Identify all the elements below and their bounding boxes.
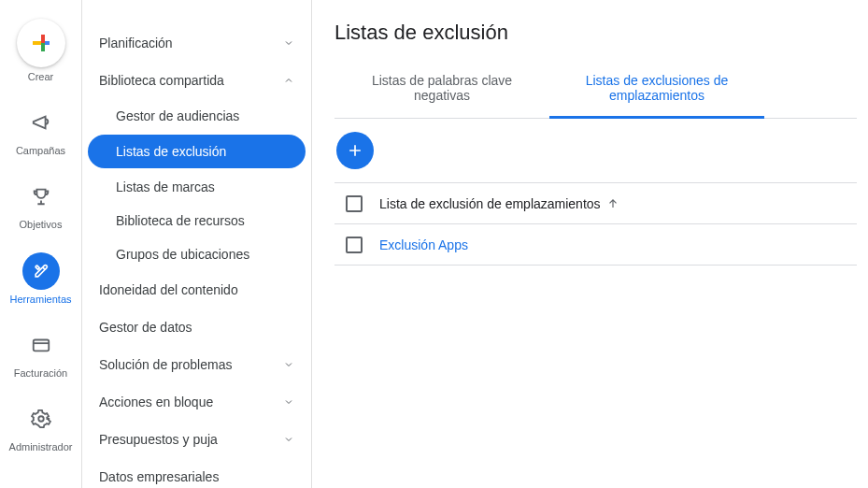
chevron-down-icon (283, 359, 294, 370)
svg-rect-0 (33, 339, 49, 351)
rail-item-admin[interactable]: Administrador (0, 400, 81, 453)
rail-label: Objetivos (20, 219, 63, 231)
megaphone-icon (22, 104, 60, 141)
main-content: Listas de exclusión Listas de palabras c… (312, 0, 868, 488)
rail-item-tools[interactable]: Herramientas (0, 252, 81, 306)
tab-negative-keywords[interactable]: Listas de palabras clave negativas (334, 62, 549, 118)
sidebar-label: Planificación (99, 36, 173, 50)
sidebar-item-exclusion-lists[interactable]: Listas de exclusión (88, 135, 306, 168)
rail-label: Administrador (9, 441, 73, 453)
tools-icon (22, 252, 60, 290)
create-button[interactable]: Crear (0, 19, 81, 83)
chevron-down-icon (283, 434, 294, 445)
chevron-down-icon (283, 37, 294, 49)
tab-placement-exclusions[interactable]: Listas de exclusiones de emplazamientos (549, 62, 764, 119)
sidebar-item-location-groups[interactable]: Grupos de ubicaciones (82, 237, 311, 271)
sidebar-item-audience-manager[interactable]: Gestor de audiencias (82, 99, 311, 133)
rail-item-billing[interactable]: Facturación (0, 326, 81, 380)
sidebar-group-bulk-actions[interactable]: Acciones en bloque (82, 383, 311, 421)
add-button[interactable] (336, 132, 374, 169)
sidebar-label: Acciones en bloque (99, 395, 213, 409)
app-rail: Crear Campañas Objetivos Herramientas Fa… (0, 0, 82, 488)
svg-point-1 (38, 416, 44, 422)
sidebar: Planificación Biblioteca compartida Gest… (82, 0, 312, 488)
trophy-icon (22, 178, 60, 215)
sidebar-label: Datos empresariales (99, 469, 219, 484)
chevron-up-icon (283, 75, 294, 86)
sidebar-group-budgets[interactable]: Presupuestos y puja (82, 421, 311, 458)
sidebar-item-brand-lists[interactable]: Listas de marcas (82, 170, 311, 204)
sidebar-group-shared-library[interactable]: Biblioteca compartida (82, 62, 311, 99)
sidebar-group-data-manager[interactable]: Gestor de datos (82, 309, 311, 346)
table-header-row: Lista de exclusión de emplazamientos (334, 183, 857, 224)
rail-label: Facturación (14, 367, 67, 380)
gear-icon (22, 400, 60, 438)
sidebar-label: Idoneidad del contenido (99, 282, 238, 297)
sidebar-group-troubleshooting[interactable]: Solución de problemas (82, 346, 311, 383)
table-row: Exclusión Apps (334, 224, 857, 266)
rail-label: Campañas (16, 145, 65, 157)
sidebar-item-asset-library[interactable]: Biblioteca de recursos (82, 204, 311, 237)
rail-item-campaigns[interactable]: Campañas (0, 104, 81, 157)
column-header-name[interactable]: Lista de exclusión de emplazamientos (379, 196, 619, 211)
page-title: Listas de exclusión (334, 21, 857, 45)
rail-label: Herramientas (9, 294, 71, 306)
tabs: Listas de palabras clave negativas Lista… (334, 62, 857, 119)
sidebar-label: Biblioteca compartida (99, 73, 224, 88)
sidebar-group-planning[interactable]: Planificación (82, 24, 311, 62)
list-name-link[interactable]: Exclusión Apps (379, 237, 468, 252)
rail-item-goals[interactable]: Objetivos (0, 178, 81, 231)
table: Lista de exclusión de emplazamientos Exc… (334, 182, 857, 266)
sidebar-sublist: Gestor de audiencias Listas de exclusión… (82, 99, 311, 271)
select-all-checkbox[interactable] (346, 195, 363, 212)
sidebar-label: Solución de problemas (99, 357, 232, 372)
row-checkbox[interactable] (346, 237, 363, 253)
plus-icon (346, 141, 364, 160)
plus-icon (17, 19, 65, 67)
sidebar-label: Gestor de datos (99, 320, 192, 335)
sidebar-group-business-data[interactable]: Datos empresariales (82, 458, 311, 488)
rail-label: Crear (28, 71, 54, 83)
sidebar-label: Presupuestos y puja (99, 432, 218, 447)
sidebar-group-content-suitability[interactable]: Idoneidad del contenido (82, 271, 311, 309)
arrow-up-icon (606, 197, 619, 210)
chevron-down-icon (283, 396, 294, 408)
card-icon (22, 326, 60, 364)
